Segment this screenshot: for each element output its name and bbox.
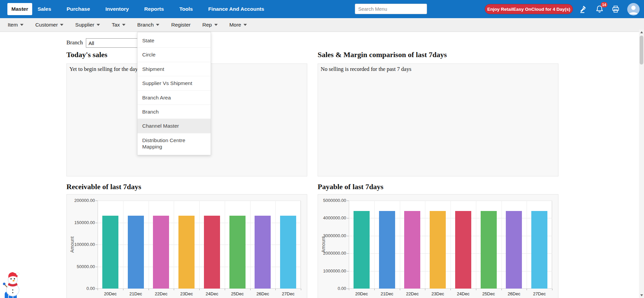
axis-tick [347, 218, 349, 218]
x-tick-label: 23Dec [425, 291, 450, 296]
user-avatar[interactable] [627, 3, 640, 15]
printer-icon[interactable] [611, 5, 620, 13]
scrollbar-thumb[interactable] [640, 36, 643, 65]
topnav-item-reports[interactable]: Reports [144, 6, 164, 12]
chevron-down-icon [20, 24, 23, 26]
topbar-icons: 14 [579, 0, 640, 18]
bar-25Dec [229, 216, 246, 289]
menu-item-branch[interactable]: Branch [137, 22, 159, 28]
menu-item-customer[interactable]: Customer [35, 22, 63, 28]
scrollbar-up-arrow[interactable] [639, 30, 644, 35]
dropdown-item-supplier-vs-shipment[interactable]: Supplier Vs Shipment [138, 76, 211, 90]
notification-count-badge: 14 [601, 2, 607, 7]
topnav-item-tools[interactable]: Tools [179, 6, 193, 12]
chevron-down-icon [60, 24, 63, 26]
branch-select-value: All [89, 40, 94, 46]
topnav-item-inventory[interactable]: Inventory [105, 6, 129, 12]
axis-tick [96, 245, 98, 245]
search-input[interactable] [355, 4, 427, 14]
bar-23Dec [430, 211, 446, 289]
receivable-bar-chart: Amount0.0050000.00100000.00150000.002000… [67, 195, 307, 298]
menu-item-tax[interactable]: Tax [112, 22, 125, 28]
bell-icon[interactable]: 14 [595, 5, 604, 13]
dropdown-item-branch-area[interactable]: Branch Area [138, 91, 211, 105]
bar-24Dec [204, 216, 220, 289]
gavel-icon[interactable] [579, 5, 588, 13]
menu-item-more[interactable]: More [229, 22, 247, 28]
receivable-chart-panel: Amount0.0050000.00100000.00150000.002000… [66, 194, 307, 298]
bar-21Dec [128, 216, 144, 289]
topnav-item-sales[interactable]: Sales [38, 6, 51, 12]
scrollbar-down-arrow[interactable] [639, 293, 644, 298]
menu-item-rep[interactable]: Rep [202, 22, 217, 28]
topnav-item-purchase[interactable]: Purchase [67, 6, 90, 12]
vertical-scrollbar [639, 30, 644, 298]
axis-tick [301, 289, 301, 290]
axis-tick [374, 289, 375, 290]
x-tick-label: 20Dec [349, 291, 374, 296]
x-tick-label: 22Dec [400, 291, 425, 296]
dropdown-item-circle[interactable]: Circle [138, 48, 211, 62]
menu-item-supplier[interactable]: Supplier [75, 22, 100, 28]
menu-item-label: Branch [137, 22, 154, 28]
sales-margin-message: No selling is recorded for the past 7 da… [318, 64, 558, 75]
axis-tick [450, 289, 451, 290]
y-tick-label: 4000000.00 [318, 215, 346, 220]
top-nav: SalesPurchaseInventoryReportsToolsFinanc… [38, 0, 264, 18]
axis-tick [400, 289, 400, 290]
x-tick-label: 23Dec [174, 291, 199, 296]
menu-item-register[interactable]: Register [171, 22, 191, 28]
gridline [275, 201, 276, 289]
dropdown-item-shipment[interactable]: Shipment [138, 62, 211, 76]
bar-23Dec [178, 216, 195, 289]
dropdown-item-branch[interactable]: Branch [138, 105, 211, 119]
chevron-down-icon [214, 24, 218, 26]
menu-bar: ItemCustomerSupplierTaxBranchRegisterRep… [0, 18, 644, 32]
topnav-item-finance-and-accounts[interactable]: Finance And Accounts [208, 6, 264, 12]
menu-item-label: Supplier [75, 22, 94, 28]
dropdown-item-distribution-centre-mapping[interactable]: Distribution Centre Mapping [138, 133, 211, 154]
gridline [425, 201, 425, 289]
chevron-down-icon [156, 24, 159, 26]
dropdown-item-channel-master[interactable]: Channel Master [138, 119, 211, 133]
axis-tick [552, 289, 552, 290]
gridline [174, 201, 174, 289]
axis-tick [123, 289, 123, 290]
axis-tick [96, 267, 98, 267]
bar-20Dec [102, 216, 118, 289]
x-tick-label: 21Dec [374, 291, 400, 296]
menu-item-label: Register [171, 22, 191, 28]
x-tick-label: 24Dec [450, 291, 476, 296]
snowman-mascot [3, 269, 23, 298]
x-tick-label: 24Dec [199, 291, 225, 296]
chevron-down-icon [244, 24, 247, 26]
payable-chart-title: Payable of last 7days [318, 182, 383, 191]
y-tick-label: 100000.00 [67, 242, 95, 247]
gridline [199, 201, 200, 289]
receivable-chart-title: Receivable of last 7days [66, 182, 141, 191]
x-tick-label: 25Dec [225, 291, 250, 296]
branch-filter-label: Branch [66, 39, 83, 46]
y-tick-label: 2000000.00 [318, 251, 346, 256]
axis-tick [349, 289, 349, 290]
gridline [476, 201, 476, 289]
promo-trial-button[interactable]: Enjoy RetailEasy OnCloud for 4 Day(s) [485, 4, 573, 14]
y-tick-label: 200000.00 [67, 198, 95, 203]
y-tick-label: 3000000.00 [318, 233, 346, 238]
sales-margin-title: Sales & Margin comparison of last 7days [318, 50, 447, 59]
chevron-down-icon [97, 24, 100, 26]
dropdown-item-state[interactable]: State [138, 34, 211, 48]
x-tick-label: 25Dec [476, 291, 501, 296]
bar-21Dec [379, 211, 395, 289]
x-tick-label: 26Dec [501, 291, 527, 296]
menu-item-item[interactable]: Item [8, 22, 23, 28]
nav-master-active[interactable]: Master [7, 3, 32, 15]
x-tick-label: 26Dec [250, 291, 276, 296]
y-axis-title: Amount [321, 237, 326, 253]
gridline [527, 201, 527, 289]
bar-24Dec [455, 211, 471, 289]
bar-26Dec [506, 211, 522, 289]
axis-tick [476, 289, 476, 290]
x-tick-label: 21Dec [123, 291, 149, 296]
axis-tick [501, 289, 502, 290]
